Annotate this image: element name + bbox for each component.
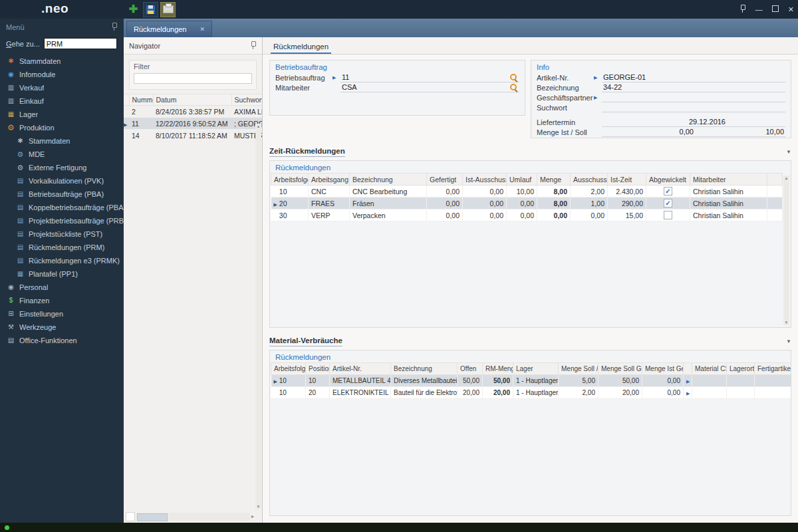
sidebar-item[interactable]: ⊞ Einstellungen bbox=[0, 307, 124, 321]
link-arrow-icon[interactable]: ▶ bbox=[594, 95, 602, 100]
maximize-button[interactable] bbox=[772, 5, 779, 13]
field-input[interactable]: 11 bbox=[340, 72, 519, 82]
col-umlauf[interactable]: Umlauf bbox=[507, 174, 537, 186]
link-arrow-icon[interactable]: ▶ bbox=[594, 75, 602, 80]
col-arbeitsfolge[interactable]: Arbeitsfolge bbox=[271, 363, 306, 375]
abgewickelt-checkbox[interactable] bbox=[664, 211, 672, 219]
field-input[interactable]: GEORGE-01 bbox=[602, 72, 785, 82]
sidebar-subitem[interactable]: ✱ Stammdaten bbox=[0, 134, 124, 148]
col-position[interactable]: Position bbox=[306, 363, 330, 375]
col-menge-soll-stueck[interactable]: Menge Soll / Stück bbox=[559, 363, 598, 375]
sidebar-item[interactable]: $ Finanzen bbox=[0, 294, 124, 307]
field-input[interactable]: CSA bbox=[340, 82, 519, 92]
scroll-up-icon[interactable]: ▲ bbox=[257, 124, 261, 129]
col-menge-ist-gesamt[interactable]: Menge Ist Gesamt bbox=[642, 363, 684, 375]
scroll-down-icon[interactable]: ▼ bbox=[257, 504, 261, 509]
menge-inputs[interactable]: 0,00 10,00 bbox=[602, 127, 785, 137]
zeit-row[interactable]: ▶ 10 CNC CNC Bearbeitung 0,00 0,00 10,00… bbox=[271, 186, 783, 198]
collapse-chevron-icon[interactable]: ▼ bbox=[786, 149, 791, 155]
sidebar-item-produktion[interactable]: ⚙ Produktion bbox=[0, 121, 124, 134]
scroll-right-icon[interactable]: ▸ bbox=[251, 513, 254, 519]
scroll-thumb[interactable] bbox=[137, 513, 168, 521]
lookup-magnifier-icon[interactable] bbox=[509, 83, 518, 92]
col-lagerorte[interactable]: Lagerorte bbox=[727, 363, 755, 375]
col-ist-zeit[interactable]: Ist-Zeit bbox=[608, 174, 646, 186]
liefertermin-input[interactable]: 29.12.2016 bbox=[602, 117, 785, 127]
print-button[interactable] bbox=[160, 2, 176, 17]
sidebar-item[interactable]: ◉ Infomodule bbox=[0, 68, 124, 81]
sidebar-item[interactable]: ▥ Verkauf bbox=[0, 81, 124, 94]
col-bezeichnung[interactable]: Bezeichnung bbox=[350, 174, 427, 186]
zeit-row[interactable]: ▶ 20 FRAES Fräsen 0,00 0,00 0,00 8,00 1,… bbox=[271, 198, 783, 209]
scroll-track[interactable] bbox=[136, 513, 250, 521]
col-bezeichnung[interactable]: Bezeichnung bbox=[391, 363, 458, 375]
tab-close-icon[interactable]: ✕ bbox=[200, 26, 205, 33]
col-datum[interactable]: Datum bbox=[153, 94, 231, 106]
scroll-up-icon[interactable]: ▲ bbox=[785, 176, 789, 181]
lookup-magnifier-icon[interactable] bbox=[509, 73, 518, 82]
sidebar-subitem[interactable]: ▤ Projektstückliste (PST) bbox=[0, 227, 124, 241]
navigator-row[interactable]: ▶ 11 12/22/2016 9:50:52 AM ; GEORGE-10 3… bbox=[124, 118, 263, 130]
material-row[interactable]: ▶ 10 20 ELEKTRONIKTEIL Bauteil für die E… bbox=[271, 387, 792, 399]
link-arrow-icon[interactable]: ▶ bbox=[332, 75, 340, 80]
col-ist-ausschuss[interactable]: Ist-Ausschuss bbox=[463, 174, 507, 186]
filter-input[interactable] bbox=[134, 73, 252, 84]
col-arbeitsgang[interactable]: Arbeitsgang bbox=[309, 174, 350, 186]
sidebar-item[interactable]: ◉ Personal bbox=[0, 281, 124, 294]
col-menge-soll-gesamt[interactable]: Menge Soll Gesamt bbox=[598, 363, 642, 375]
sidebar-subitem[interactable]: ▤ Vorkalkulationen (PVK) bbox=[0, 174, 124, 188]
sidebar-subitem[interactable]: ▤ Projektbetriebsaufträge (PRB) bbox=[0, 214, 124, 227]
content-tab-rueckmeldungen[interactable]: Rückmeldungen bbox=[271, 39, 331, 54]
field-input[interactable] bbox=[602, 92, 785, 102]
pin-window-button[interactable] bbox=[739, 5, 746, 14]
sidebar-subitem[interactable]: ▤ Koppelbetriebsaufträge (PBAK) bbox=[0, 201, 124, 214]
material-row[interactable]: ▶ 10 10 METALLBAUTEIL 4711 Diverses Meta… bbox=[271, 375, 792, 387]
sidebar-subitem[interactable]: ⚙ Externe Fertigung bbox=[0, 161, 124, 174]
sidebar-pin-button[interactable] bbox=[110, 23, 118, 32]
zeit-vertical-scrollbar[interactable]: ▲ ▼ bbox=[783, 176, 789, 325]
field-input[interactable]: 34-22 bbox=[602, 82, 785, 92]
save-button[interactable] bbox=[143, 2, 158, 17]
col-arbeitsfolge[interactable]: Arbeitsfolge bbox=[271, 174, 309, 186]
col-menge[interactable]: Menge bbox=[537, 174, 571, 186]
sidebar-item[interactable]: ▤ Office-Funktionen bbox=[0, 334, 124, 347]
collapse-chevron-icon[interactable]: ▼ bbox=[786, 338, 791, 344]
sidebar-subitem[interactable]: ▤ Betriebsaufträge (PBA) bbox=[0, 188, 124, 201]
col-lager[interactable]: Lager bbox=[513, 363, 559, 375]
navigator-vertical-scrollbar[interactable]: ▲ ▼ bbox=[255, 124, 261, 509]
drill-arrow-icon[interactable]: ▶ bbox=[686, 379, 690, 384]
col-fertigartikel-csnr[interactable]: Fertigartikel CSNr bbox=[755, 363, 792, 375]
col-mitarbeiter[interactable]: Mitarbeiter bbox=[690, 174, 767, 186]
navigator-row[interactable]: ▶ 14 8/10/2017 11:18:52 AM MUSTERKUNDE; … bbox=[124, 130, 263, 142]
col-gefertigt[interactable]: Gefertigt bbox=[427, 174, 463, 186]
sidebar-item[interactable]: ▦ Lager bbox=[0, 108, 124, 121]
navigator-row[interactable]: ▶ 2 8/24/2016 3:38:57 PM AXIMA LINDAU GM… bbox=[124, 106, 263, 118]
abgewickelt-checkbox[interactable] bbox=[664, 199, 672, 207]
col-ausschuss[interactable]: Ausschuss bbox=[571, 174, 608, 186]
scroll-down-icon[interactable]: ▼ bbox=[785, 320, 789, 325]
sidebar-subitem[interactable]: ▦ Plantafel (PP1) bbox=[0, 267, 124, 281]
col-abgewickelt[interactable]: Abgewickelt bbox=[646, 174, 690, 186]
sidebar-item[interactable]: ⚒ Werkzeuge bbox=[0, 321, 124, 334]
field-input[interactable] bbox=[602, 102, 785, 112]
sidebar-item[interactable]: ▥ Einkauf bbox=[0, 94, 124, 108]
col-offen[interactable]: Offen bbox=[458, 363, 483, 375]
sidebar-item[interactable]: ✱ Stammdaten bbox=[0, 55, 124, 68]
tab-rueckmeldungen[interactable]: Rückmeldungen ✕ bbox=[126, 21, 212, 37]
drill-arrow-icon[interactable]: ▶ bbox=[686, 391, 690, 396]
col-nummer[interactable]: Nummer bbox=[129, 94, 153, 106]
minimize-button[interactable]: — bbox=[755, 6, 763, 13]
abgewickelt-checkbox[interactable] bbox=[664, 187, 672, 196]
sidebar-subitem[interactable]: ⚙ MDE bbox=[0, 148, 124, 161]
navigator-horizontal-scrollbar[interactable]: ▸ bbox=[126, 512, 254, 521]
new-button[interactable]: ✚ bbox=[126, 2, 141, 17]
col-material-csnr[interactable]: Material CSNr bbox=[692, 363, 727, 375]
sidebar-subitem[interactable]: ▤ Rückmeldungen (PRM) bbox=[0, 241, 124, 254]
close-button[interactable]: ✕ bbox=[788, 6, 794, 13]
zeit-row[interactable]: ▶ 30 VERP Verpacken 0,00 0,00 0,00 0,00 … bbox=[271, 209, 783, 221]
sidebar-subitem[interactable]: ▤ Rückmeldungen e3 (PRMK) bbox=[0, 254, 124, 267]
navigator-pin-button[interactable] bbox=[249, 41, 257, 51]
col-artikel-nr[interactable]: Artikel-Nr. bbox=[330, 363, 391, 375]
col-suchwort[interactable]: Suchwort bbox=[231, 94, 263, 106]
col-rm-menge[interactable]: RM-Menge bbox=[483, 363, 513, 375]
